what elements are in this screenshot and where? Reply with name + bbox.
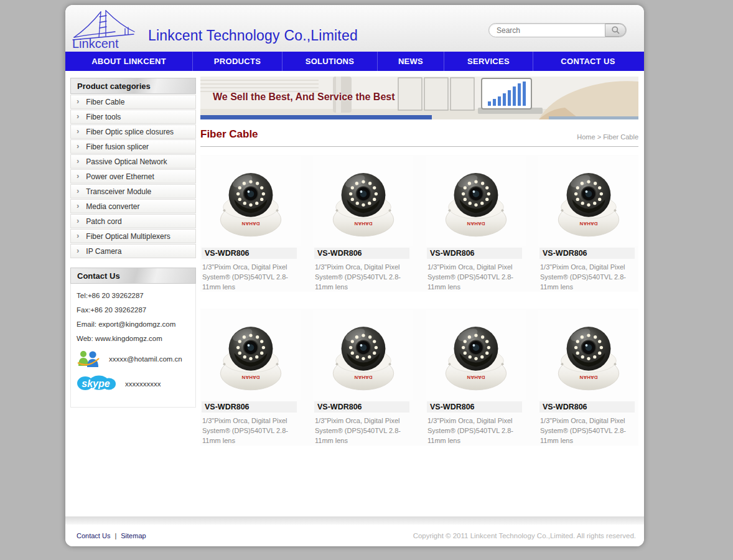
linkcent-logo[interactable]: Linkcent: [70, 6, 148, 51]
category-label: Fiber Optic splice closures: [86, 128, 174, 136]
sidebar-item-ip-camera[interactable]: › IP Camera: [70, 244, 196, 258]
product-image[interactable]: [538, 310, 638, 400]
product-image[interactable]: [200, 310, 301, 400]
breadcrumb-current: Fiber Cable: [603, 133, 638, 141]
dome-camera-image: [437, 314, 515, 397]
breadcrumb: Home > Fiber Cable: [577, 133, 638, 141]
chevron-right-icon: ›: [77, 201, 79, 210]
product-description: 1/3"Pixim Orca, Digital Pixel System® (D…: [426, 259, 526, 292]
sidebar: Product categories › Fiber Cable › Fiber…: [70, 78, 196, 408]
product-card: VS-WDR806 1/3"Pixim Orca, Digital Pixel …: [200, 310, 301, 446]
site-header: Linkcent Linkcent Technology Co.,Limited: [65, 5, 644, 52]
footer-separator: [65, 516, 644, 525]
nav-products[interactable]: PRODUCTS: [193, 52, 282, 71]
footer-sitemap-link[interactable]: Sitemap: [121, 532, 146, 539]
company-name: Linkcent Technology Co.,Limited: [148, 27, 358, 44]
chevron-right-icon: ›: [77, 171, 79, 180]
product-name[interactable]: VS-WDR806: [202, 401, 297, 413]
dome-camera-image: [325, 160, 402, 243]
skype-row: skype xxxxxxxxxx: [77, 375, 190, 392]
sidebar-item-fiber-fusion-splicer[interactable]: › Fiber fusion splicer: [70, 139, 196, 154]
sidebar-item-transceiver-module[interactable]: › Transceiver Module: [70, 184, 196, 198]
search-box: [488, 23, 627, 37]
search-button[interactable]: [605, 24, 626, 37]
chevron-right-icon: ›: [77, 156, 79, 166]
product-image[interactable]: [200, 156, 301, 246]
nav-solutions[interactable]: SOLUTIONS: [282, 52, 378, 71]
hero-banner: We Sell the Best, And Service the Best: [200, 77, 638, 119]
product-card: VS-WDR806 1/3"Pixim Orca, Digital Pixel …: [426, 156, 526, 292]
product-description: 1/3"Pixim Orca, Digital Pixel System® (D…: [313, 413, 413, 446]
category-label: Fiber fusion splicer: [86, 142, 149, 151]
sidebar-item-fiber-tools[interactable]: › Fiber tools: [70, 110, 196, 124]
product-image[interactable]: [538, 156, 638, 246]
skype-icon: skype: [77, 375, 116, 392]
product-description: 1/3"Pixim Orca, Digital Pixel System® (D…: [426, 413, 526, 446]
product-name[interactable]: VS-WDR806: [202, 248, 297, 259]
product-image[interactable]: [313, 310, 413, 400]
skype-logo-text: skype: [82, 378, 110, 389]
product-image[interactable]: [313, 156, 413, 246]
product-name[interactable]: VS-WDR806: [314, 401, 409, 413]
sidebar-item-power-over-ethernet[interactable]: › Power over Ethernet: [70, 169, 196, 184]
nav-services[interactable]: SERVICES: [444, 52, 533, 71]
chevron-right-icon: ›: [77, 141, 79, 151]
product-categories-header: Product categories: [70, 78, 196, 94]
sidebar-item-patch-cord[interactable]: › Patch cord: [70, 214, 196, 228]
dome-camera-image: [437, 160, 515, 243]
contact-us-header: Contact Us: [70, 268, 196, 284]
category-label: Fiber tools: [86, 113, 121, 121]
product-image[interactable]: [426, 310, 526, 400]
msn-row: xxxxx@hotamil.com.cn: [77, 349, 190, 369]
skype-address: xxxxxxxxxx: [125, 380, 161, 388]
search-icon: [611, 26, 620, 35]
product-row-1: VS-WDR806 1/3"Pixim Orca, Digital Pixel …: [200, 155, 638, 292]
product-name[interactable]: VS-WDR806: [427, 248, 522, 259]
contact-fax: Fax:+86 20 39262287: [77, 306, 190, 314]
sidebar-item-media-converter[interactable]: › Media converter: [70, 199, 196, 213]
logo-text: Linkcent: [72, 37, 119, 50]
msn-messenger-icon: [77, 349, 100, 369]
sidebar-item-fiber-optical-multiplexers[interactable]: › Fiber Optical Multiplexers: [70, 229, 196, 243]
sidebar-item-passive-optical-network[interactable]: › Passive Optical Network: [70, 154, 196, 169]
contact-email: Email: export@kingdomgz.com: [77, 320, 190, 328]
product-name[interactable]: VS-WDR806: [427, 401, 522, 413]
nav-contact-us[interactable]: CONTACT US: [533, 52, 643, 71]
category-label: Power over Ethernet: [86, 172, 154, 181]
main-column: We Sell the Best, And Service the Best F…: [200, 77, 638, 446]
dome-camera-image: [325, 314, 402, 397]
content-area: Product categories › Fiber Cable › Fiber…: [65, 71, 644, 516]
product-name[interactable]: VS-WDR806: [539, 248, 635, 259]
category-label: Fiber Cable: [86, 98, 124, 106]
product-name[interactable]: VS-WDR806: [539, 401, 635, 413]
category-label: Fiber Optical Multiplexers: [86, 232, 170, 241]
banner-slogan: We Sell the Best, And Service the Best: [213, 91, 395, 103]
product-image[interactable]: [426, 156, 526, 246]
category-label: Patch cord: [86, 217, 121, 226]
category-label: Passive Optical Network: [86, 157, 167, 166]
chevron-right-icon: ›: [77, 126, 79, 136]
product-card: VS-WDR806 1/3"Pixim Orca, Digital Pixel …: [313, 156, 413, 292]
chevron-right-icon: ›: [77, 96, 79, 106]
nav-news[interactable]: NEWS: [378, 52, 444, 71]
site-footer: Contact Us | Sitemap Copyright © 2011 Li…: [65, 525, 644, 546]
footer-links: Contact Us | Sitemap: [77, 532, 146, 539]
dome-camera-image: [550, 160, 627, 243]
product-card: VS-WDR806 1/3"Pixim Orca, Digital Pixel …: [313, 310, 413, 446]
sidebar-item-fiber-cable[interactable]: › Fiber Cable: [70, 95, 196, 109]
product-name[interactable]: VS-WDR806: [314, 248, 409, 259]
category-label: Media converter: [86, 202, 139, 211]
page-title: Fiber Cable: [200, 128, 258, 141]
breadcrumb-home-link[interactable]: Home: [577, 133, 595, 141]
product-description: 1/3"Pixim Orca, Digital Pixel System® (D…: [538, 259, 638, 292]
contact-box: Tel:+86 20 39262287 Fax:+86 20 39262287 …: [70, 284, 196, 408]
dome-camera-image: [212, 314, 289, 397]
msn-address: xxxxx@hotamil.com.cn: [109, 355, 182, 363]
nav-about-linkcent[interactable]: ABOUT LINKCENT: [65, 52, 193, 71]
footer-contact-us-link[interactable]: Contact Us: [77, 532, 110, 539]
sidebar-item-fiber-optic-splice-closures[interactable]: › Fiber Optic splice closures: [70, 124, 196, 139]
search-input[interactable]: [489, 26, 605, 35]
title-row: Fiber Cable Home > Fiber Cable: [200, 128, 638, 147]
chevron-right-icon: ›: [77, 246, 79, 255]
product-card: VS-WDR806 1/3"Pixim Orca, Digital Pixel …: [538, 310, 638, 446]
